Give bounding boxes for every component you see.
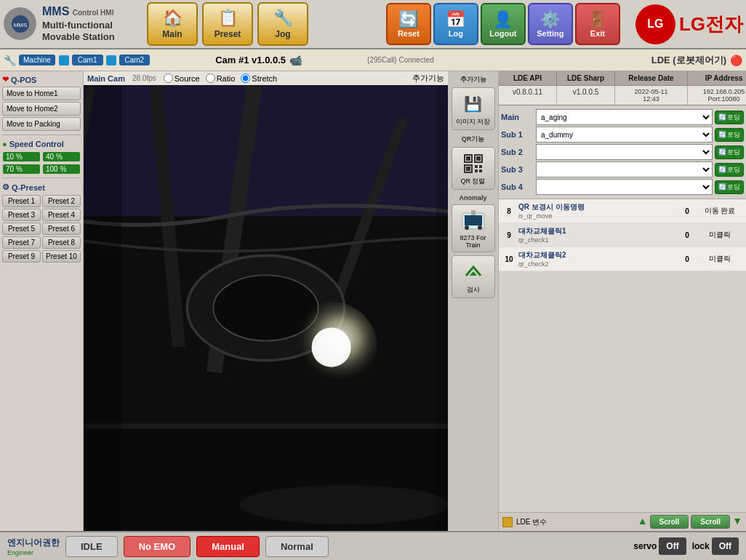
preset-8-btn[interactable]: Preset 8 bbox=[42, 236, 81, 249]
anomaly-item-10: 10 대차교체클릭2 qr_check2 0 미클릭 bbox=[499, 247, 746, 271]
anomaly-num-9: 9 bbox=[503, 231, 515, 239]
svg-text:MMS: MMS bbox=[13, 22, 27, 28]
lde-var-label: LDE 변수 bbox=[516, 517, 547, 527]
qr-stop-btn[interactable]: QR 정렬 bbox=[452, 147, 495, 190]
anomaly-name-8: QR 보경시 이동명령 bbox=[518, 202, 676, 212]
lde-scroll-down-btn[interactable]: Scroll bbox=[691, 515, 730, 529]
logout-icon: 👤 bbox=[493, 10, 513, 29]
svg-point-32 bbox=[478, 225, 482, 230]
anomaly-status-10: 미클릭 bbox=[698, 254, 742, 264]
cam2-btn[interactable]: Cam2 bbox=[119, 55, 151, 65]
ratio-radio-opt[interactable]: Ratio bbox=[206, 73, 236, 83]
main-nav-icon: 🏠 bbox=[163, 9, 183, 28]
svg-rect-26 bbox=[479, 165, 482, 168]
qr-stop-label: QR 정렬 bbox=[460, 177, 485, 186]
main-reload-btn[interactable]: 🔄 로딩 bbox=[715, 111, 744, 124]
log-icon: 📅 bbox=[446, 10, 465, 29]
sub1-reload-btn[interactable]: 🔄 로딩 bbox=[715, 128, 744, 142]
normal-status-badge[interactable]: Normal bbox=[265, 536, 329, 557]
preset-grid: Preset 1 Preset 2 Preset 3 Preset 4 Pres… bbox=[2, 195, 81, 263]
speed-val-4[interactable]: 100 % bbox=[43, 164, 80, 174]
anomaly-count-8: 0 bbox=[680, 207, 694, 215]
idle-status-badge[interactable]: IDLE bbox=[65, 536, 118, 557]
inspect-btn[interactable]: 검사 bbox=[452, 255, 495, 298]
log-btn[interactable]: 📅 Log bbox=[433, 3, 478, 45]
train-save-label: 8273 For Train bbox=[454, 234, 493, 249]
brand-station: Movable Station bbox=[42, 31, 115, 44]
speed-val-2[interactable]: 40 % bbox=[43, 152, 80, 161]
camera-fps: 28.0fps bbox=[132, 74, 156, 82]
sub1-lde-select[interactable]: a_dummy bbox=[536, 127, 713, 143]
main-nav-label: Main bbox=[162, 29, 182, 39]
main-lde-select[interactable]: a_aging bbox=[536, 109, 713, 125]
status-bar: 엔지니어권한 Engineer IDLE No EMO Manual Norma… bbox=[0, 531, 746, 560]
preset-nav-btn[interactable]: 📋 Preset bbox=[202, 2, 253, 46]
stretch-radio-opt[interactable]: Stretch bbox=[241, 73, 277, 83]
sub3-reload-btn[interactable]: 🔄 로딩 bbox=[715, 163, 744, 177]
logo-section: MMS MMS Control HMI Multi-functional Mov… bbox=[0, 1, 142, 48]
main-nav-btn[interactable]: 🏠 Main bbox=[147, 2, 198, 46]
preset-5-btn[interactable]: Preset 5 bbox=[2, 223, 41, 235]
cam-title: Cam #1 v1.0.0.5 bbox=[215, 55, 286, 65]
manual-status-badge[interactable]: Manual bbox=[196, 536, 260, 557]
speed-val-3[interactable]: 70 % bbox=[3, 164, 40, 174]
servo-label: servo bbox=[633, 541, 657, 551]
sub3-lde-select[interactable] bbox=[536, 161, 713, 177]
scroll-down-arrow-icon: ▼ bbox=[732, 515, 742, 529]
sub4-lde-select[interactable] bbox=[536, 179, 713, 195]
source-label: Source bbox=[175, 74, 200, 83]
sub4-lde-label: Sub 4 bbox=[501, 183, 534, 191]
release-date-header: Release Date bbox=[615, 71, 688, 85]
exit-btn[interactable]: 🚪 Exit bbox=[575, 3, 620, 45]
image-save-btn[interactable]: 💾 이미지 저장 bbox=[452, 87, 495, 130]
camera-label: Main Cam bbox=[87, 74, 125, 83]
sub2-lde-select[interactable] bbox=[536, 144, 713, 160]
reset-btn[interactable]: 🔄 Reset bbox=[386, 3, 431, 45]
anomaly-status-9: 미클릭 bbox=[698, 230, 742, 240]
preset-4-btn[interactable]: Preset 4 bbox=[42, 209, 81, 221]
preset-7-btn[interactable]: Preset 7 bbox=[2, 236, 41, 249]
ratio-radio[interactable] bbox=[206, 73, 215, 83]
preset-1-btn[interactable]: Preset 1 bbox=[2, 195, 41, 207]
preset-6-btn[interactable]: Preset 6 bbox=[42, 223, 81, 235]
left-panel: ❤ Q-POS Move to Home1 Move to Home2 Move… bbox=[0, 71, 84, 531]
move-home2-btn[interactable]: Move to Home2 bbox=[2, 102, 81, 116]
sub4-reload-btn[interactable]: 🔄 로딩 bbox=[715, 180, 744, 194]
preset-3-btn[interactable]: Preset 3 bbox=[2, 209, 41, 221]
anomaly-section-header: Anomaly bbox=[459, 194, 486, 201]
save-for-train-btn[interactable]: 8273 For Train bbox=[452, 204, 495, 252]
reload-icon: 🔄 bbox=[718, 113, 726, 121]
speed-val-1[interactable]: 10 % bbox=[3, 152, 40, 161]
main-lde-label: Main bbox=[501, 113, 534, 121]
camera-view-area bbox=[84, 85, 448, 531]
camera-view-options: Source Ratio Stretch bbox=[164, 73, 277, 83]
qpos-title: ❤ Q-POS bbox=[2, 73, 81, 86]
no-emo-status-badge[interactable]: No EMO bbox=[124, 536, 191, 557]
jog-nav-btn[interactable]: 🔧 Jog bbox=[257, 2, 308, 46]
anomaly-list: 8 QR 보경시 이동명령 is_qr_move 0 이동 완료 9 대차교체클… bbox=[499, 199, 746, 512]
stretch-radio[interactable] bbox=[241, 73, 250, 83]
logout-label: Logout bbox=[489, 29, 516, 38]
sub2-reload-btn[interactable]: 🔄 로딩 bbox=[715, 145, 744, 159]
svg-rect-17 bbox=[84, 85, 121, 531]
anomaly-info-9: 대차교체클릭1 qr_check1 bbox=[518, 226, 676, 244]
jog-nav-icon: 🔧 bbox=[273, 9, 293, 28]
move-packing-btn[interactable]: Move to Packing bbox=[2, 117, 81, 131]
machine-badge[interactable]: Machine bbox=[19, 55, 55, 65]
preset-10-btn[interactable]: Preset 10 bbox=[42, 250, 81, 263]
source-radio[interactable] bbox=[164, 73, 173, 83]
anomaly-code-9: qr_check1 bbox=[518, 236, 676, 244]
setting-btn[interactable]: ⚙️ Setting bbox=[528, 3, 573, 45]
svg-rect-25 bbox=[475, 165, 478, 168]
logout-btn[interactable]: 👤 Logout bbox=[481, 3, 526, 45]
action-buttons-group: 🔄 Reset 📅 Log 👤 Logout ⚙️ Setting 🚪 Exit… bbox=[383, 0, 746, 48]
preset-9-btn[interactable]: Preset 9 bbox=[2, 250, 41, 263]
brand-name: MMS Control HMI bbox=[42, 4, 115, 20]
reset-icon: 🔄 bbox=[398, 10, 418, 29]
sub1-lde-label: Sub 1 bbox=[501, 130, 534, 139]
move-home1-btn[interactable]: Move to Home1 bbox=[2, 87, 81, 100]
lde-scroll-up-btn[interactable]: Scroll bbox=[650, 515, 689, 529]
preset-2-btn[interactable]: Preset 2 bbox=[42, 195, 81, 207]
cam1-btn[interactable]: Cam1 bbox=[72, 55, 103, 65]
source-radio-opt[interactable]: Source bbox=[164, 73, 200, 83]
